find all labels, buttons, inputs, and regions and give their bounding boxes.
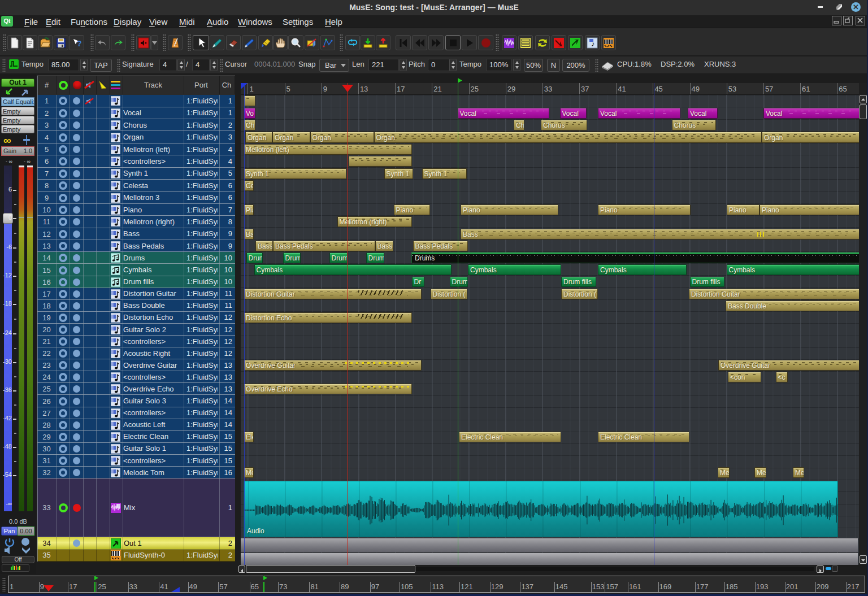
svg-text:?: ?	[77, 39, 82, 48]
svg-text:♪: ♪	[591, 40, 595, 48]
